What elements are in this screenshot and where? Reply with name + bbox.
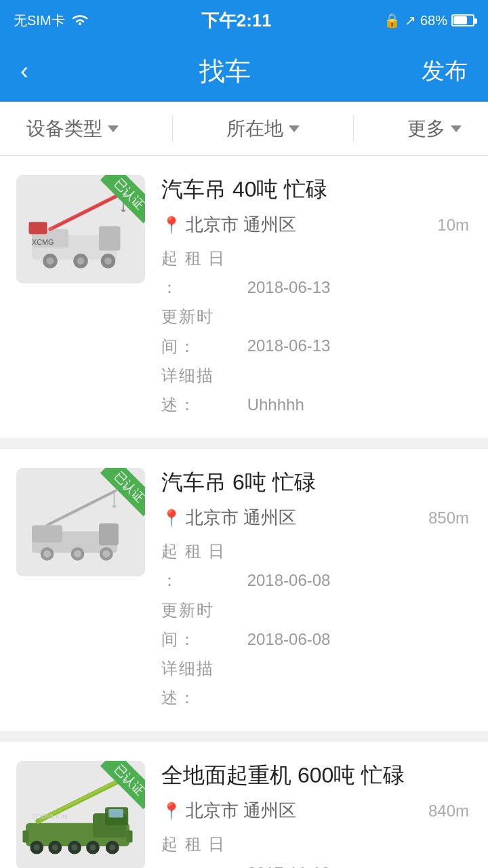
svg-point-4 <box>47 257 54 264</box>
list-item[interactable]: XCMG 已认证 汽车吊 40吨 忙碌 📍 北京市 通州区 10m 起 租 日 … <box>0 156 488 438</box>
svg-point-6 <box>77 257 85 264</box>
item-distance: 10m <box>437 216 469 235</box>
filter-more-label: 更多 <box>407 116 445 142</box>
description-row: 详细描述： Uhhhhh <box>161 361 469 419</box>
item-meta: 起 租 日 ： 2017-11-10 更新时间： 2017-11-08 详细描述… <box>161 829 469 868</box>
description-label: 详细描述： <box>161 654 243 712</box>
svg-rect-2 <box>99 226 121 251</box>
svg-point-31 <box>34 844 40 850</box>
svg-rect-15 <box>32 526 62 542</box>
update-date-value: 2018-06-13 <box>247 337 331 355</box>
location-pin-icon: 📍 <box>161 802 182 821</box>
svg-point-33 <box>52 844 58 850</box>
filter-more[interactable]: 更多 <box>407 116 462 142</box>
update-date-label: 更新时间： <box>161 595 243 654</box>
publish-button[interactable]: 发布 <box>422 56 468 87</box>
list-item[interactable]: ZOOMLION 已认证 全地面起重机 600吨 忙碌 📍 北京市 通州区 84… <box>0 742 488 868</box>
location-pin-icon: 📍 <box>161 216 182 235</box>
item-location: 📍 北京市 通州区 <box>161 799 296 823</box>
item-distance: 850m <box>428 509 469 528</box>
location-text: 北京市 通州区 <box>186 506 296 530</box>
cert-badge: 已认证 <box>91 761 145 815</box>
location-text: 北京市 通州区 <box>186 213 296 237</box>
filter-bar: 设备类型 所在地 更多 <box>0 102 488 156</box>
location-arrow-icon: ↗ <box>405 12 416 28</box>
item-location-row: 📍 北京市 通州区 850m <box>161 506 469 530</box>
chevron-down-icon <box>108 125 119 132</box>
svg-rect-12 <box>29 222 47 234</box>
lock-icon: 🔒 <box>384 12 401 28</box>
wifi-icon <box>70 13 89 28</box>
chevron-down-icon-2 <box>289 125 300 132</box>
start-date-row: 起 租 日 ： 2018-06-08 <box>161 536 469 595</box>
item-location: 📍 北京市 通州区 <box>161 213 296 237</box>
cert-badge-label: 已认证 <box>100 175 145 223</box>
start-date-value: 2017-11-10 <box>247 864 331 868</box>
location-pin-icon: 📍 <box>161 509 182 528</box>
filter-location[interactable]: 所在地 <box>226 116 300 142</box>
update-date-row: 更新时间： 2018-06-08 <box>161 595 469 654</box>
filter-location-label: 所在地 <box>226 116 283 142</box>
item-content: 汽车吊 40吨 忙碌 📍 北京市 通州区 10m 起 租 日 ： 2018-06… <box>161 175 469 419</box>
description-value: Uhhhhh <box>247 395 304 414</box>
svg-point-18 <box>43 551 51 558</box>
chevron-down-icon-3 <box>451 125 462 132</box>
start-date-row: 起 租 日 ： 2018-06-13 <box>161 243 469 302</box>
page-title: 找车 <box>199 54 251 89</box>
status-left: 无SIM卡 <box>14 12 89 30</box>
battery-icon <box>451 14 474 26</box>
item-location-row: 📍 北京市 通州区 840m <box>161 799 469 823</box>
item-title: 全地面起重机 600吨 忙碌 <box>161 761 469 791</box>
svg-point-20 <box>74 551 81 558</box>
cert-badge-label: 已认证 <box>100 761 145 809</box>
item-content: 全地面起重机 600吨 忙碌 📍 北京市 通州区 840m 起 租 日 ： 20… <box>161 761 469 868</box>
cert-badge: 已认证 <box>91 175 145 229</box>
start-date-value: 2018-06-13 <box>247 278 331 296</box>
start-date-label: 起 租 日 ： <box>161 243 243 302</box>
svg-point-35 <box>72 844 78 850</box>
svg-point-39 <box>109 844 115 850</box>
filter-equipment-label: 设备类型 <box>26 116 102 142</box>
svg-rect-16 <box>99 524 119 545</box>
status-time: 下午2:11 <box>201 9 272 33</box>
status-right: 🔒 ↗ 68% <box>384 12 474 28</box>
description-label: 详细描述： <box>161 361 243 419</box>
update-date-value: 2018-06-08 <box>247 630 331 648</box>
start-date-label: 起 租 日 ： <box>161 536 243 595</box>
cert-badge: 已认证 <box>91 468 145 522</box>
item-title: 汽车吊 40吨 忙碌 <box>161 175 469 205</box>
status-bar: 无SIM卡 下午2:11 🔒 ↗ 68% <box>0 0 488 41</box>
item-image-wrap: ZOOMLION 已认证 <box>16 761 145 868</box>
start-date-value: 2018-06-08 <box>247 571 331 589</box>
svg-text:ZOOMLION: ZOOMLION <box>32 812 68 820</box>
no-sim-label: 无SIM卡 <box>14 12 65 30</box>
filter-divider-2 <box>353 115 354 142</box>
item-image-wrap: XCMG 已认证 <box>16 175 145 283</box>
equipment-list: XCMG 已认证 汽车吊 40吨 忙碌 📍 北京市 通州区 10m 起 租 日 … <box>0 156 488 868</box>
update-date-label: 更新时间： <box>161 302 243 360</box>
item-location: 📍 北京市 通州区 <box>161 506 296 530</box>
cert-badge-label: 已认证 <box>100 468 145 516</box>
battery-percent: 68% <box>420 13 447 28</box>
nav-bar: ‹ 找车 发布 <box>0 41 488 102</box>
filter-divider-1 <box>172 115 173 142</box>
item-location-row: 📍 北京市 通州区 10m <box>161 213 469 237</box>
start-date-row: 起 租 日 ： 2017-11-10 <box>161 829 469 868</box>
svg-text:XCMG: XCMG <box>32 238 54 246</box>
svg-point-8 <box>104 257 112 264</box>
back-button[interactable]: ‹ <box>20 57 28 85</box>
update-date-row: 更新时间： 2018-06-13 <box>161 302 469 360</box>
item-image-wrap: 已认证 <box>16 468 145 576</box>
description-row: 详细描述： <box>161 654 469 712</box>
svg-point-22 <box>102 551 110 558</box>
svg-rect-44 <box>127 831 133 843</box>
filter-equipment-type[interactable]: 设备类型 <box>26 116 119 142</box>
list-item[interactable]: 已认证 汽车吊 6吨 忙碌 📍 北京市 通州区 850m 起 租 日 ： 201… <box>0 449 488 731</box>
item-meta: 起 租 日 ： 2018-06-13 更新时间： 2018-06-13 详细描述… <box>161 243 469 419</box>
item-meta: 起 租 日 ： 2018-06-08 更新时间： 2018-06-08 详细描述… <box>161 536 469 712</box>
location-text: 北京市 通州区 <box>186 799 296 823</box>
item-content: 汽车吊 6吨 忙碌 📍 北京市 通州区 850m 起 租 日 ： 2018-06… <box>161 468 469 712</box>
start-date-label: 起 租 日 ： <box>161 829 243 868</box>
svg-point-37 <box>90 844 96 850</box>
svg-rect-43 <box>23 831 29 843</box>
